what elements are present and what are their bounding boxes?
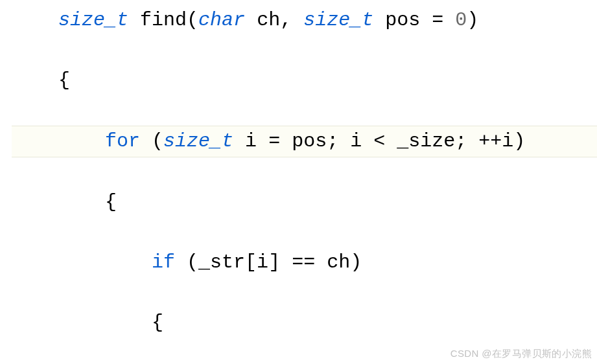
code-token: for: [105, 130, 140, 152]
code-line: {: [12, 308, 597, 338]
code-token: <: [362, 130, 397, 152]
code-token: _str: [198, 251, 245, 273]
code-snippet: size_t find(char ch, size_t pos = 0) { f…: [0, 0, 597, 364]
code-token: char: [198, 9, 245, 31]
code-line: size_t find(char ch, size_t pos = 0): [12, 5, 597, 36]
watermark: CSDN @在罗马弹贝斯的小浣熊: [451, 348, 592, 360]
code-token: _size: [397, 130, 455, 152]
code-line: {: [12, 65, 597, 96]
code-token: size_t: [163, 130, 233, 152]
code-token: =: [420, 9, 455, 31]
code-token: i: [257, 251, 268, 273]
code-token: {: [58, 69, 70, 91]
code-token: i: [350, 130, 362, 152]
code-token: (: [175, 251, 198, 273]
code-token: i: [245, 130, 257, 152]
code-token: (: [140, 130, 163, 152]
code-token: pos: [292, 130, 327, 152]
code-token: ): [513, 130, 525, 152]
code-token: ch: [257, 9, 280, 31]
code-token: [128, 9, 140, 31]
code-line: {: [12, 187, 597, 218]
code-token: ): [467, 9, 478, 31]
code-token: [: [245, 251, 257, 273]
code-token: [233, 130, 245, 152]
code-token: ] ==: [268, 251, 327, 273]
code-token: 0: [455, 9, 467, 31]
code-token: [245, 9, 257, 31]
code-token: [373, 9, 385, 31]
code-token: pos: [385, 9, 420, 31]
code-token: (: [187, 9, 198, 31]
code-token: {: [105, 191, 117, 213]
code-token: =: [257, 130, 292, 152]
code-line: if (_str[i] == ch): [12, 247, 597, 278]
code-token: size_t: [303, 9, 373, 31]
code-line: for (size_t i = pos; i < _size; ++i): [12, 126, 597, 157]
code-token: size_t: [58, 9, 128, 31]
code-token: {: [152, 312, 163, 334]
code-token: if: [152, 251, 175, 273]
code-token: ; ++: [455, 130, 502, 152]
code-token: ): [350, 251, 362, 273]
code-token: ch: [327, 251, 350, 273]
code-token: i: [502, 130, 513, 152]
code-token: ;: [327, 130, 350, 152]
code-token: ,: [280, 9, 303, 31]
code-token: find: [140, 9, 187, 31]
